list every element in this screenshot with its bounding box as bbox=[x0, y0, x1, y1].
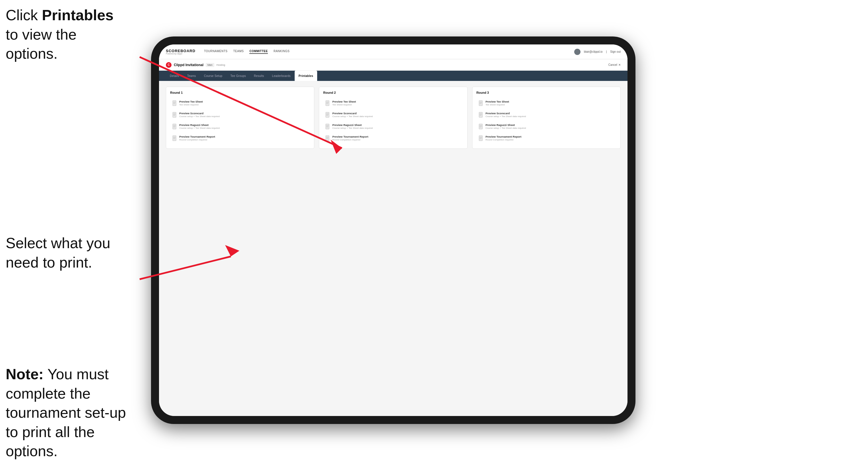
r2-scorecard-label: Preview Scorecard bbox=[332, 112, 373, 115]
r1-scorecard-text: Preview Scorecard Course setup + Tee She… bbox=[179, 112, 220, 118]
annotation-note-bold: Note: bbox=[6, 366, 43, 382]
r1-raguzzi-icon bbox=[173, 124, 177, 129]
svg-rect-4 bbox=[173, 112, 176, 117]
nav-link-rankings[interactable]: RANKINGS bbox=[274, 50, 289, 54]
r1-raguzzi-label: Preview Raguzzi Sheet bbox=[179, 123, 220, 126]
r3-tee-sheet-icon bbox=[479, 100, 483, 106]
r1-scorecard-icon bbox=[173, 112, 177, 118]
r2-tee-sheet-item[interactable]: Preview Tee Sheet Tee Sheet required bbox=[323, 98, 463, 108]
round-1-column: Round 1 Preview Tee Sheet Tee Sheet requ… bbox=[166, 87, 314, 149]
r2-raguzzi-text: Preview Raguzzi Sheet Course setup + Tee… bbox=[332, 123, 373, 129]
logo-sub: Powered by clippd bbox=[166, 53, 195, 55]
tournament-status: Hosting bbox=[217, 64, 225, 66]
nav-link-tournaments[interactable]: TOURNAMENTS bbox=[204, 50, 228, 54]
r3-raguzzi-item[interactable]: Preview Raguzzi Sheet Course setup + Tee… bbox=[476, 121, 616, 132]
r2-report-label: Preview Tournament Report bbox=[332, 135, 368, 138]
round-2-title: Round 2 bbox=[323, 91, 463, 94]
sub-nav: Details Teams Course Setup Tee Groups Re… bbox=[159, 71, 627, 81]
tournament-title: C Clippd Invitational Men Hosting bbox=[166, 62, 225, 68]
r1-report-text: Preview Tournament Report Round Completi… bbox=[179, 135, 215, 141]
annotation-top: Click Printables to view the options. bbox=[6, 6, 125, 64]
round-3-column: Round 3 Preview Tee Sheet Tee Sheet requ… bbox=[472, 87, 621, 149]
user-avatar bbox=[574, 49, 581, 55]
r3-tee-sheet-label: Preview Tee Sheet bbox=[486, 100, 509, 103]
tab-results[interactable]: Results bbox=[250, 71, 268, 81]
r3-scorecard-sub: Course setup + Tee Sheet data required bbox=[486, 115, 526, 118]
round-3-title: Round 3 bbox=[476, 91, 616, 94]
r3-tee-sheet-text: Preview Tee Sheet Tee Sheet required bbox=[486, 100, 509, 106]
tab-teams[interactable]: Teams bbox=[183, 71, 200, 81]
r2-raguzzi-label: Preview Raguzzi Sheet bbox=[332, 123, 373, 126]
nav-link-committee[interactable]: COMMITTEE bbox=[249, 50, 268, 54]
tournament-logo: C bbox=[166, 62, 172, 68]
r3-report-text: Preview Tournament Report Round Completi… bbox=[486, 135, 522, 141]
r3-scorecard-item[interactable]: Preview Scorecard Course setup + Tee She… bbox=[476, 110, 616, 120]
r3-raguzzi-sub: Course setup + Tee Sheet data required bbox=[486, 127, 526, 129]
close-icon: ✕ bbox=[618, 63, 621, 66]
r2-report-sub: Round Completion required bbox=[332, 138, 368, 141]
r2-report-text: Preview Tournament Report Round Completi… bbox=[332, 135, 368, 141]
r1-tee-sheet-text: Preview Tee Sheet Tee Sheet required bbox=[179, 100, 203, 106]
r3-report-item[interactable]: Preview Tournament Report Round Completi… bbox=[476, 133, 616, 143]
annotation-printables-bold: Printables bbox=[42, 7, 114, 23]
svg-rect-32 bbox=[479, 101, 483, 106]
r2-raguzzi-icon bbox=[326, 124, 330, 129]
cancel-button[interactable]: Cancel ✕ bbox=[609, 63, 621, 66]
r1-scorecard-item[interactable]: Preview Scorecard Course setup + Tee She… bbox=[170, 110, 310, 120]
svg-rect-20 bbox=[326, 112, 329, 117]
tournament-name: Clippd Invitational bbox=[174, 63, 204, 67]
r1-tee-sheet-sub: Tee Sheet required bbox=[179, 103, 203, 106]
r3-raguzzi-text: Preview Raguzzi Sheet Course setup + Tee… bbox=[486, 123, 526, 129]
r2-tee-sheet-icon bbox=[326, 100, 330, 106]
r1-raguzzi-text: Preview Raguzzi Sheet Course setup + Tee… bbox=[179, 123, 220, 129]
r1-report-item[interactable]: Preview Tournament Report Round Completi… bbox=[170, 133, 310, 143]
r1-scorecard-sub: Course setup + Tee Sheet data required bbox=[179, 115, 220, 118]
main-content: Round 1 Preview Tee Sheet Tee Sheet requ… bbox=[159, 81, 627, 416]
r3-report-sub: Round Completion required bbox=[486, 138, 522, 141]
tablet-screen: SCOREBOARD Powered by clippd TOURNAMENTS… bbox=[159, 44, 627, 416]
r1-report-label: Preview Tournament Report bbox=[179, 135, 215, 138]
sign-out-link[interactable]: Sign out bbox=[610, 50, 621, 53]
tab-leaderboards[interactable]: Leaderboards bbox=[268, 71, 294, 81]
svg-rect-8 bbox=[173, 124, 176, 129]
svg-rect-0 bbox=[173, 101, 176, 106]
r3-report-label: Preview Tournament Report bbox=[486, 135, 522, 138]
r3-scorecard-label: Preview Scorecard bbox=[486, 112, 526, 115]
rounds-container: Round 1 Preview Tee Sheet Tee Sheet requ… bbox=[166, 87, 621, 149]
r2-scorecard-item[interactable]: Preview Scorecard Course setup + Tee She… bbox=[323, 110, 463, 120]
r2-tee-sheet-sub: Tee Sheet required bbox=[332, 103, 356, 106]
r3-raguzzi-icon bbox=[479, 124, 483, 129]
r1-tee-sheet-item[interactable]: Preview Tee Sheet Tee Sheet required bbox=[170, 98, 310, 108]
tournament-header: C Clippd Invitational Men Hosting Cancel… bbox=[159, 59, 627, 71]
r1-tee-sheet-icon bbox=[173, 100, 177, 106]
r2-raguzzi-sub: Course setup + Tee Sheet data required bbox=[332, 127, 373, 129]
r3-scorecard-icon bbox=[479, 112, 483, 118]
r2-raguzzi-item[interactable]: Preview Raguzzi Sheet Course setup + Tee… bbox=[323, 121, 463, 132]
r2-report-item[interactable]: Preview Tournament Report Round Completi… bbox=[323, 133, 463, 143]
round-2-column: Round 2 Preview Tee Sheet Tee Sheet requ… bbox=[319, 87, 467, 149]
user-email: blair@clippd.io bbox=[584, 50, 603, 53]
annotation-middle: Select what you need to print. bbox=[6, 234, 125, 272]
r3-tee-sheet-item[interactable]: Preview Tee Sheet Tee Sheet required bbox=[476, 98, 616, 108]
nav-separator: | bbox=[606, 50, 607, 53]
r2-tee-sheet-label: Preview Tee Sheet bbox=[332, 100, 356, 103]
r2-scorecard-text: Preview Scorecard Course setup + Tee She… bbox=[332, 112, 373, 118]
nav-link-teams[interactable]: TEAMS bbox=[233, 50, 244, 54]
tab-details[interactable]: Details bbox=[166, 71, 183, 81]
r1-raguzzi-item[interactable]: Preview Raguzzi Sheet Course setup + Tee… bbox=[170, 121, 310, 132]
tab-printables[interactable]: Printables bbox=[294, 71, 317, 81]
top-nav-left: SCOREBOARD Powered by clippd TOURNAMENTS… bbox=[166, 49, 289, 55]
cancel-label: Cancel bbox=[609, 63, 617, 66]
tab-course-setup[interactable]: Course Setup bbox=[200, 71, 226, 81]
svg-rect-28 bbox=[326, 136, 329, 141]
tab-tee-groups[interactable]: Tee Groups bbox=[226, 71, 250, 81]
svg-rect-24 bbox=[326, 124, 329, 129]
r3-scorecard-text: Preview Scorecard Course setup + Tee She… bbox=[486, 112, 526, 118]
r2-tee-sheet-text: Preview Tee Sheet Tee Sheet required bbox=[332, 100, 356, 106]
r1-tee-sheet-label: Preview Tee Sheet bbox=[179, 100, 203, 103]
annotation-bottom: Note: You must complete the tournament s… bbox=[6, 365, 131, 461]
svg-rect-40 bbox=[479, 124, 483, 129]
tablet-frame: SCOREBOARD Powered by clippd TOURNAMENTS… bbox=[151, 36, 636, 424]
top-nav: SCOREBOARD Powered by clippd TOURNAMENTS… bbox=[159, 44, 627, 59]
svg-rect-12 bbox=[173, 136, 176, 141]
